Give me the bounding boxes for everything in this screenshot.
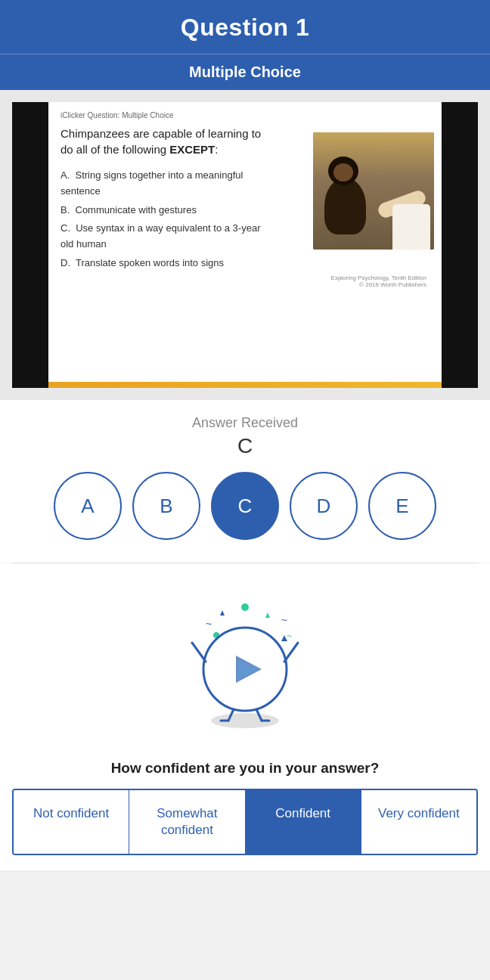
answer-btn-a[interactable]: A xyxy=(54,472,122,540)
svg-marker-2 xyxy=(220,610,225,616)
question-title: Question 1 xyxy=(0,0,490,54)
mascot-icon: ~ ~ ~ xyxy=(169,586,321,737)
slide-bottom-bar xyxy=(12,382,478,388)
answer-btn-e[interactable]: E xyxy=(368,472,436,540)
slide-question: Chimpanzees are capable of learning to d… xyxy=(60,126,267,157)
mascot-section: ~ ~ ~ xyxy=(0,563,490,752)
answer-btn-b[interactable]: B xyxy=(132,472,200,540)
svg-text:~: ~ xyxy=(281,614,287,626)
slide-content: iClicker Question: Multiple Choice Chimp… xyxy=(48,102,442,382)
conf-btn-somewhat[interactable]: Somewhat confident xyxy=(129,790,245,854)
slide-right-bar xyxy=(442,102,478,388)
confidence-question: How confident are you in your answer? xyxy=(12,760,478,777)
confidence-buttons: Not confident Somewhat confident Confide… xyxy=(12,789,478,855)
slide-left-bar xyxy=(12,102,48,388)
option-a: A. String signs together into a meaningf… xyxy=(60,168,263,200)
slide-caption: Exploring Psychology, Tenth Edition © 20… xyxy=(60,274,430,288)
svg-text:~: ~ xyxy=(287,631,292,641)
svg-marker-1 xyxy=(265,612,270,618)
confidence-section: How confident are you in your answer? No… xyxy=(0,752,490,870)
slide-inner: iClicker Question: Multiple Choice Chimp… xyxy=(12,102,478,388)
svg-text:~: ~ xyxy=(206,618,212,630)
conf-btn-confident[interactable]: Confident xyxy=(246,790,361,854)
svg-line-12 xyxy=(192,643,206,662)
option-c: C. Use syntax in a way equivalent to a 3… xyxy=(60,221,263,253)
answer-btn-d[interactable]: D xyxy=(290,472,358,540)
slide-options-list: A. String signs together into a meaningf… xyxy=(60,168,263,271)
answer-section: Answer Received C A B C D E xyxy=(0,400,490,563)
option-d: D. Translate spoken words into signs xyxy=(60,256,263,271)
option-b: B. Communicate with gestures xyxy=(60,203,263,219)
slide-image xyxy=(313,132,434,250)
slide-label: iClicker Question: Multiple Choice xyxy=(60,111,430,119)
slide-container: iClicker Question: Multiple Choice Chimp… xyxy=(0,90,490,400)
conf-btn-very[interactable]: Very confident xyxy=(361,790,476,854)
answer-buttons: A B C D E xyxy=(12,472,478,555)
svg-line-13 xyxy=(284,643,298,662)
conf-btn-not[interactable]: Not confident xyxy=(14,790,129,854)
answer-value: C xyxy=(12,434,478,458)
answer-received-label: Answer Received xyxy=(12,415,478,431)
svg-point-0 xyxy=(241,603,249,611)
answer-btn-c[interactable]: C xyxy=(211,472,279,540)
question-type: Multiple Choice xyxy=(0,54,490,90)
